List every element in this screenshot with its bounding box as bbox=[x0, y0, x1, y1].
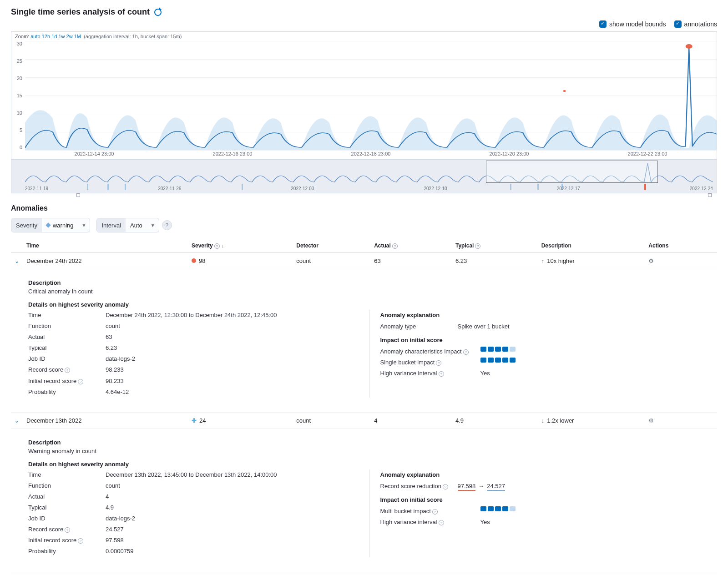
checkbox-label: annotations bbox=[684, 20, 717, 28]
checkbox-label: show model bounds bbox=[609, 20, 666, 28]
help-icon[interactable]: ? bbox=[439, 520, 444, 525]
gear-icon[interactable]: ⚙ bbox=[648, 417, 655, 424]
help-icon[interactable]: ? bbox=[214, 243, 220, 249]
small-anomaly-mark bbox=[563, 90, 566, 92]
zoom-link-12h[interactable]: 12h bbox=[42, 34, 50, 39]
zoom-link-1M[interactable]: 1M bbox=[74, 34, 81, 39]
cell-actions: ⚙ bbox=[645, 253, 717, 269]
expand-icon[interactable]: ⌄ bbox=[15, 258, 19, 264]
col-severity[interactable]: Severity?↓ bbox=[188, 239, 293, 253]
col-actual[interactable]: Actual? bbox=[370, 239, 452, 253]
direction-icon: ↓ bbox=[541, 417, 545, 424]
direction-icon: ↑ bbox=[541, 257, 545, 264]
cell-actual: 63 bbox=[370, 253, 452, 269]
help-icon[interactable]: ? bbox=[392, 243, 398, 249]
top-controls: show model bounds annotations bbox=[11, 20, 717, 28]
refresh-icon[interactable] bbox=[154, 9, 162, 16]
help-icon[interactable]: ? bbox=[78, 379, 83, 384]
zoom-label: Zoom: bbox=[15, 34, 29, 39]
kv-row: Function count bbox=[28, 480, 358, 491]
table-row[interactable]: ⌄ December 24th 2022 98 count 63 6.23 ↑1… bbox=[11, 253, 717, 269]
detail-desc-head: Description bbox=[28, 279, 710, 286]
chart-container: Zoom: auto 12h 1d 1w 2w 1M (aggregation … bbox=[11, 31, 717, 193]
y-tick: 30 bbox=[11, 41, 22, 46]
chart-zoom-header: Zoom: auto 12h 1d 1w 2w 1M (aggregation … bbox=[11, 32, 717, 41]
detail-right-col: Anomaly explanation Record score reducti… bbox=[380, 469, 710, 557]
help-icon[interactable]: ? bbox=[65, 527, 70, 533]
scroll-handle-left[interactable] bbox=[76, 193, 80, 197]
col-detector[interactable]: Detector bbox=[293, 239, 370, 253]
impact-bar bbox=[480, 506, 516, 511]
help-icon[interactable]: ? bbox=[78, 538, 83, 544]
cell-actions: ⚙ bbox=[645, 412, 717, 429]
col-time[interactable]: Time bbox=[23, 239, 188, 253]
kv-row: Single bucket impact? bbox=[380, 357, 710, 368]
ov-tick: 2022-12-17 bbox=[557, 186, 580, 191]
cell-typical: 4.9 bbox=[452, 412, 538, 429]
help-icon[interactable]: ? bbox=[65, 368, 70, 373]
x-tick: 2022-12-16 23:00 bbox=[213, 151, 253, 159]
y-tick: 25 bbox=[11, 58, 22, 64]
zoom-link-2w[interactable]: 2w bbox=[66, 34, 73, 39]
table-row[interactable]: ⌄ December 13th 2022 ✚24 count 4 4.9 ↓1.… bbox=[11, 412, 717, 429]
explain-head: Anomaly explanation bbox=[380, 312, 710, 318]
kv-row: Function count bbox=[28, 321, 358, 332]
help-icon[interactable]: ? bbox=[439, 371, 444, 377]
detail-highest-head: Details on highest severity anomaly bbox=[28, 301, 710, 308]
ov-tick: 2022-11-26 bbox=[158, 186, 181, 191]
col-actions[interactable]: Actions bbox=[645, 239, 717, 253]
overview-selection[interactable] bbox=[486, 161, 658, 183]
kv-row: Job ID data-logs-2 bbox=[28, 353, 358, 364]
overview-plot[interactable] bbox=[25, 161, 713, 183]
y-tick: 15 bbox=[11, 93, 22, 98]
filters: Severity warning ▼ Interval Auto ▼ ? bbox=[11, 218, 717, 232]
detail-highest-head: Details on highest severity anomaly bbox=[28, 461, 710, 468]
kv-row: Time December 13th 2022, 13:45:00 to Dec… bbox=[28, 469, 358, 480]
severity-plus-icon: ✚ bbox=[192, 417, 197, 424]
kv-row: Anomaly typeSpike over 1 bucket bbox=[380, 321, 710, 332]
impact-head: Impact on initial score bbox=[380, 496, 710, 503]
kv-row: Initial record score? 98.233 bbox=[28, 376, 358, 387]
y-axis: 30 25 20 15 10 5 0 bbox=[11, 41, 24, 150]
checkbox-show-model-bounds[interactable]: show model bounds bbox=[599, 20, 666, 28]
expand-icon[interactable]: ⌄ bbox=[15, 418, 19, 424]
kv-row: Typical 6.23 bbox=[28, 343, 358, 353]
col-typical[interactable]: Typical? bbox=[452, 239, 538, 253]
plot-area[interactable] bbox=[25, 41, 717, 150]
detail-row: Description Critical anomaly in count De… bbox=[11, 269, 717, 413]
help-icon[interactable]: ? bbox=[475, 243, 480, 249]
cell-severity: ✚24 bbox=[188, 412, 293, 429]
anomaly-dot[interactable] bbox=[686, 44, 693, 49]
help-icon[interactable]: ? bbox=[436, 360, 441, 366]
detail-panel: Description Critical anomaly in count De… bbox=[15, 274, 713, 408]
page-title-text: Single time series analysis of count bbox=[11, 7, 150, 17]
checkbox-annotations[interactable]: annotations bbox=[674, 20, 717, 28]
detail-left-col: Time December 13th 2022, 13:45:00 to Dec… bbox=[28, 469, 358, 557]
overview-chart[interactable]: 2022-11-19 2022-11-26 2022-12-03 2022-12… bbox=[11, 159, 717, 193]
zoom-link-1d[interactable]: 1d bbox=[51, 34, 57, 39]
kv-row: Probability 4.64e-12 bbox=[28, 387, 358, 398]
main-chart[interactable]: 30 25 20 15 10 5 0 2022-12-14 23:00 bbox=[11, 41, 717, 159]
help-icon[interactable]: ? bbox=[443, 484, 448, 489]
scroll-handle-right[interactable] bbox=[708, 193, 712, 197]
y-tick: 20 bbox=[11, 76, 22, 81]
anomalies-table: Time Severity?↓ Detector Actual? Typical… bbox=[11, 239, 717, 572]
chevron-down-icon: ▼ bbox=[78, 223, 90, 228]
interval-filter[interactable]: Interval Auto ▼ bbox=[96, 218, 159, 232]
ov-tick: 2022-12-10 bbox=[424, 186, 447, 191]
help-icon[interactable]: ? bbox=[432, 509, 438, 514]
zoom-link-1w[interactable]: 1w bbox=[58, 34, 65, 39]
zoom-link-auto[interactable]: auto bbox=[30, 34, 40, 39]
impact-bar bbox=[480, 347, 516, 352]
kv-row: Probability 0.0000759 bbox=[28, 546, 358, 557]
cell-description: ↓1.2x lower bbox=[538, 412, 645, 429]
detail-left-col: Time December 24th 2022, 12:30:00 to Dec… bbox=[28, 310, 358, 398]
severity-filter[interactable]: Severity warning ▼ bbox=[11, 218, 90, 232]
explain-head: Anomaly explanation bbox=[380, 471, 710, 478]
cell-detector: count bbox=[293, 253, 370, 269]
gear-icon[interactable]: ⚙ bbox=[648, 257, 655, 264]
checkbox-icon bbox=[599, 20, 607, 28]
col-description[interactable]: Description bbox=[538, 239, 645, 253]
help-icon[interactable]: ? bbox=[463, 349, 469, 355]
info-icon[interactable]: ? bbox=[162, 220, 172, 230]
